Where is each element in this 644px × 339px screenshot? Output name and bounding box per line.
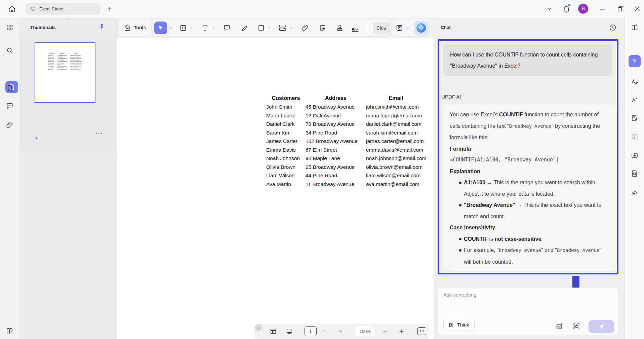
title-bar: Excel Sheet H	[0, 0, 644, 18]
comment-tool-icon[interactable]	[223, 24, 231, 32]
reader-mode-icon[interactable]	[631, 23, 639, 31]
table-cell: Liam Wilson	[266, 171, 306, 180]
thumbnails-panel: Thumbnails CustomersJohn SmithMaria Lope…	[20, 17, 117, 339]
heading-frame-tool-icon[interactable]	[179, 24, 187, 32]
zoom-in-icon[interactable]	[398, 328, 405, 335]
chat-response-segment: COUNTIF	[499, 112, 523, 117]
previous-page-icon[interactable]	[321, 328, 327, 335]
summarize-icon[interactable]	[631, 114, 639, 122]
home-button[interactable]	[7, 4, 17, 14]
tools-button[interactable]: Tools	[119, 19, 151, 36]
table-cell: 90 Maple Lane	[306, 154, 366, 163]
page-number-input[interactable]: 1	[305, 326, 317, 336]
close-tools-button[interactable]: Clos	[373, 22, 390, 34]
chat-input[interactable]	[443, 291, 612, 313]
restore-button[interactable]	[616, 5, 625, 13]
thumbnail-options-icon[interactable]	[96, 133, 102, 134]
comments-icon[interactable]	[6, 102, 14, 110]
attachments-icon[interactable]	[6, 121, 14, 129]
next-page-icon[interactable]	[337, 328, 344, 335]
table-cell: John Smith	[266, 103, 306, 111]
ai-sender-name: UPDF AI	[441, 94, 461, 100]
page-layout-icon[interactable]	[270, 328, 277, 335]
annotate-book-icon[interactable]	[6, 327, 14, 335]
pin-panel-icon[interactable]	[98, 23, 106, 31]
chat-response-segment: broadway avenue	[499, 248, 541, 253]
text-tool-icon[interactable]	[201, 24, 209, 32]
send-plane-icon	[598, 323, 605, 330]
thumbnail-mini-table: CustomersJohn SmithMaria LopezDaniel Cla…	[48, 53, 82, 70]
actual-size-button[interactable]: 1:1	[417, 327, 426, 335]
shape-tool-chevron-icon[interactable]	[267, 26, 272, 30]
window-menu-chevron-icon[interactable]	[545, 5, 553, 13]
think-toggle-button[interactable]: Think	[443, 319, 475, 331]
chat-response-block: "Broadway Avenue" → This is the exact te…	[450, 199, 610, 222]
stamp-tool-icon[interactable]	[336, 24, 344, 32]
chat-response-segment: Explanation	[450, 168, 480, 174]
zoom-out-icon[interactable]	[382, 328, 389, 335]
table-cell: maria.lopez@email.com	[366, 111, 426, 120]
avatar-initial: H	[581, 6, 585, 11]
new-tab-button[interactable]	[106, 5, 113, 12]
heading-tool-chevron-icon[interactable]	[189, 26, 194, 30]
apps-grid-icon[interactable]	[6, 24, 14, 32]
document-page[interactable]: CustomersJohn SmithMaria LopezDaniel Cla…	[117, 38, 434, 339]
bookmarks-icon[interactable]	[6, 84, 14, 92]
select-tool-chevron-icon[interactable]	[168, 26, 173, 30]
updf-ai-button[interactable]	[414, 21, 428, 35]
add-image-icon[interactable]	[556, 322, 564, 330]
chat-response-segment: " and "	[541, 247, 557, 253]
sticker-tool-icon[interactable]	[319, 24, 327, 32]
main-toolbar: Tools Clos	[117, 17, 434, 38]
notification-dot	[568, 4, 570, 6]
ocr-search-icon[interactable]	[631, 170, 639, 178]
monitor-icon	[30, 6, 36, 12]
ai-writer-icon[interactable]	[631, 96, 639, 104]
shape-tool-icon[interactable]	[257, 24, 265, 32]
save-chevron-icon[interactable]	[405, 26, 410, 30]
chat-response-segment: is	[488, 236, 494, 242]
table-cell: Maria Lopez	[266, 111, 306, 120]
minimize-button[interactable]	[598, 5, 606, 13]
presentation-mode-icon[interactable]	[286, 328, 293, 335]
signature-tool-icon[interactable]	[351, 24, 359, 32]
table-cell: liam.wilson@email.com	[366, 171, 426, 180]
page-thumbnail[interactable]: CustomersJohn SmithMaria LopezDaniel Cla…	[35, 42, 95, 103]
select-tool-button[interactable]	[154, 22, 167, 34]
organize-pages-icon[interactable]	[631, 151, 639, 159]
updf-app-window: Excel Sheet H Thumbnails CustomersJohn S…	[0, 0, 644, 339]
table-cell: 34 Pine Road	[306, 128, 366, 137]
share-icon[interactable]	[631, 189, 639, 197]
save-icon[interactable]	[395, 24, 403, 32]
page-navigation-bar: 1 100% 1:1	[255, 324, 429, 338]
expand-bar-icon[interactable]	[255, 324, 262, 332]
chat-history-icon[interactable]	[608, 23, 617, 32]
chat-response-segment: .	[541, 236, 542, 242]
avatar[interactable]: H	[578, 4, 588, 14]
table-cell: 45 Broadway Avenue	[57, 55, 68, 57]
chat-response-block: For example, "broadway avenue" and "Broa…	[450, 244, 610, 267]
close-window-button[interactable]	[633, 5, 641, 13]
text-tool-chevron-icon[interactable]	[211, 26, 215, 30]
table-header: Email	[366, 93, 426, 103]
table-cell: Daniel Clark	[266, 120, 306, 128]
attach-file-tool-icon[interactable]	[301, 24, 309, 32]
table-column: Address45 Broadway Avenue12 Oak Avenue78…	[57, 53, 68, 70]
chat-response-block: =COUNTIF(A1:A100, "Broadway Avenue")	[450, 154, 610, 166]
search-icon[interactable]	[6, 46, 14, 54]
ai-assistant-icon[interactable]	[629, 55, 641, 67]
zoom-level-value[interactable]: 100%	[356, 326, 374, 336]
table-cell: 78 Broadway Avenue	[306, 120, 366, 128]
measure-tool-icon[interactable]	[278, 24, 286, 32]
compare-pages-icon[interactable]	[631, 133, 639, 141]
send-button[interactable]	[589, 320, 614, 333]
panel-drag-handle-icon[interactable]	[65, 18, 70, 20]
ai-translate-icon[interactable]	[631, 78, 639, 86]
tools-label: Tools	[134, 25, 146, 30]
document-tab[interactable]: Excel Sheet	[26, 3, 101, 15]
highlighter-tool-icon[interactable]	[240, 24, 248, 32]
table-cell: Sarah Kim	[266, 128, 306, 137]
table-cell: emma.davis@email.com	[366, 146, 426, 154]
measure-tool-chevron-icon[interactable]	[289, 26, 294, 30]
screenshot-camera-icon[interactable]	[572, 322, 580, 330]
